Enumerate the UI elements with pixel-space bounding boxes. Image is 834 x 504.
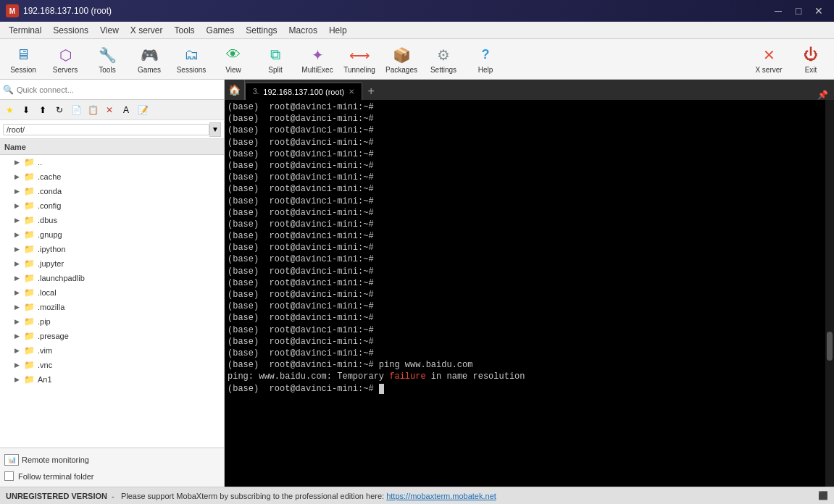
close-button[interactable]: ✕ (809, 4, 828, 18)
list-item[interactable]: ▶ 📁 .vnc (0, 358, 224, 372)
menu-view[interactable]: View (94, 22, 125, 38)
terminal-line: (base) root@davinci-mini:~# (228, 348, 822, 359)
list-item[interactable]: ▶ 📁 .jupyter (0, 256, 224, 271)
sidebar-newfile-btn[interactable]: 📄 (68, 102, 84, 118)
terminal-line: (base) root@davinci-mini:~# (228, 148, 822, 160)
tools-label: Tools (99, 66, 115, 74)
toolbar-tools[interactable]: 🔧 Tools (87, 41, 128, 77)
remote-monitoring-item[interactable]: 📊 Remote monitoring (4, 453, 220, 467)
sidebar-upload-btn[interactable]: ⬆ (35, 102, 51, 118)
terminal[interactable]: (base) root@davinci-mini:~#(base) root@d… (225, 100, 825, 487)
toolbar-view[interactable]: 👁 View (213, 41, 254, 77)
packages-label: Packages (385, 66, 417, 74)
menu-settings[interactable]: Settings (240, 22, 283, 38)
toolbar-tunneling[interactable]: ⟷ Tunneling (339, 41, 380, 77)
help-icon: ? (475, 45, 496, 65)
list-item[interactable]: ▶ 📁 .gnupg (0, 227, 224, 242)
rename-icon: A (123, 105, 129, 115)
path-input[interactable] (3, 124, 209, 135)
tree-arrow: ▶ (14, 347, 22, 354)
list-item[interactable]: ▶ 📁 .conda (0, 184, 224, 198)
search-icon: 🔍 (3, 85, 14, 95)
menu-xserver[interactable]: X server (125, 22, 169, 38)
maximize-button[interactable]: □ (789, 4, 808, 18)
follow-folder-checkbox[interactable] (4, 471, 14, 481)
quick-connect-input[interactable] (17, 85, 221, 94)
terminal-line: (base) root@davinci-mini:~# (228, 324, 822, 336)
menu-macros[interactable]: Macros (283, 22, 323, 38)
sidebar-copy-btn[interactable]: 📋 (85, 102, 101, 118)
terminal-line: (base) root@davinci-mini:~# (228, 266, 822, 277)
menu-tools[interactable]: Tools (169, 22, 201, 38)
list-item[interactable]: ▶ 📁 .local (0, 285, 224, 300)
terminal-line: (base) root@davinci-mini:~# ping www.bai… (228, 359, 822, 371)
toolbar-split[interactable]: ⧉ Split (255, 41, 296, 77)
scrollbar-thumb[interactable] (827, 332, 833, 361)
file-name: .vnc (38, 361, 52, 369)
minimize-button[interactable]: ─ (769, 4, 788, 18)
folder-icon: 📁 (23, 258, 35, 269)
toolbar-servers[interactable]: ⬡ Servers (45, 41, 86, 77)
menu-sessions[interactable]: Sessions (47, 22, 94, 38)
list-item[interactable]: ▶ 📁 .presage (0, 329, 224, 343)
list-item[interactable]: ▶ 📁 .dbus (0, 213, 224, 227)
terminal-line: (base) root@davinci-mini:~# (228, 160, 822, 172)
file-name: .presage (38, 332, 69, 340)
toolbar-games[interactable]: 🎮 Games (129, 41, 170, 77)
scrollbar[interactable] (825, 100, 834, 487)
tab-pin-btn[interactable]: 📌 (814, 90, 831, 100)
tab-add-btn[interactable]: + (362, 83, 380, 100)
toolbar-exit[interactable]: ⏻ Exit (791, 41, 831, 77)
toolbar-settings[interactable]: ⚙ Settings (423, 41, 464, 77)
sidebar-star-btn[interactable]: ★ (1, 102, 17, 118)
file-name: .. (38, 158, 42, 167)
file-name: .jupyter (38, 259, 64, 268)
list-item[interactable]: ▶ 📁 .launchpadlib (0, 271, 224, 285)
file-name: .ipython (38, 245, 66, 253)
list-item[interactable]: ▶ 📁 .config (0, 198, 224, 213)
tunneling-icon: ⟷ (349, 45, 370, 65)
active-tab[interactable]: 3. 192.168.137.100 (root) ✕ (245, 83, 362, 100)
sidebar-bottom: 📊 Remote monitoring Follow terminal fold… (0, 448, 224, 487)
list-item[interactable]: ▶ 📁 .pip (0, 314, 224, 329)
mobatek-link[interactable]: https://mobaxterm.mobatek.net (386, 492, 496, 500)
toolbar-session[interactable]: 🖥 Session (3, 41, 43, 77)
sidebar-refresh-btn[interactable]: ↻ (51, 102, 67, 118)
list-item[interactable]: ▶ 📁 .. (0, 155, 224, 169)
list-item[interactable]: ▶ 📁 .vim (0, 343, 224, 358)
toolbar-sessions[interactable]: 🗂 Sessions (171, 41, 212, 77)
list-item[interactable]: ▶ 📁 .cache (0, 169, 224, 184)
sidebar-download-btn[interactable]: ⬇ (18, 102, 34, 118)
tree-arrow: ▶ (14, 332, 22, 340)
settings-icon: ⚙ (433, 45, 454, 65)
tab-close-btn[interactable]: ✕ (349, 88, 354, 96)
tree-arrow: ▶ (14, 217, 22, 224)
terminal-line: (base) root@davinci-mini:~# (228, 336, 822, 348)
view-label: View (225, 66, 241, 74)
sidebar-rename-btn[interactable]: A (118, 102, 134, 118)
follow-folder-item[interactable]: Follow terminal folder (4, 470, 220, 482)
tab-number: 3. (253, 88, 259, 96)
toolbar-xserver[interactable]: ✕ X server (748, 41, 789, 77)
menu-games[interactable]: Games (201, 22, 241, 38)
terminal-line: (base) root@davinci-mini:~# (228, 383, 822, 395)
path-dropdown-btn[interactable]: ▼ (209, 122, 221, 137)
sidebar-perm-btn[interactable]: 📝 (135, 102, 151, 118)
list-item[interactable]: ▶ 📁 An1 (0, 372, 224, 387)
menu-help[interactable]: Help (323, 22, 353, 38)
monitor-icon: 📊 (4, 454, 19, 466)
unregistered-label: UNREGISTERED VERSION (6, 492, 107, 500)
toolbar-help[interactable]: ? Help (465, 41, 506, 77)
sidebar-delete-btn[interactable]: ✕ (101, 102, 117, 118)
tab-home-btn[interactable]: 🏠 (225, 80, 245, 100)
terminal-line: (base) root@davinci-mini:~# (228, 230, 822, 242)
toolbar-multiexec[interactable]: ✦ MultiExec (297, 41, 338, 77)
servers-icon: ⬡ (55, 45, 75, 65)
menu-terminal[interactable]: Terminal (3, 22, 47, 38)
toolbar-packages[interactable]: 📦 Packages (381, 41, 422, 77)
file-name: .mozilla (38, 303, 64, 311)
games-icon: 🎮 (139, 45, 159, 65)
file-name: .config (38, 201, 61, 210)
list-item[interactable]: ▶ 📁 .mozilla (0, 300, 224, 314)
list-item[interactable]: ▶ 📁 .ipython (0, 242, 224, 256)
